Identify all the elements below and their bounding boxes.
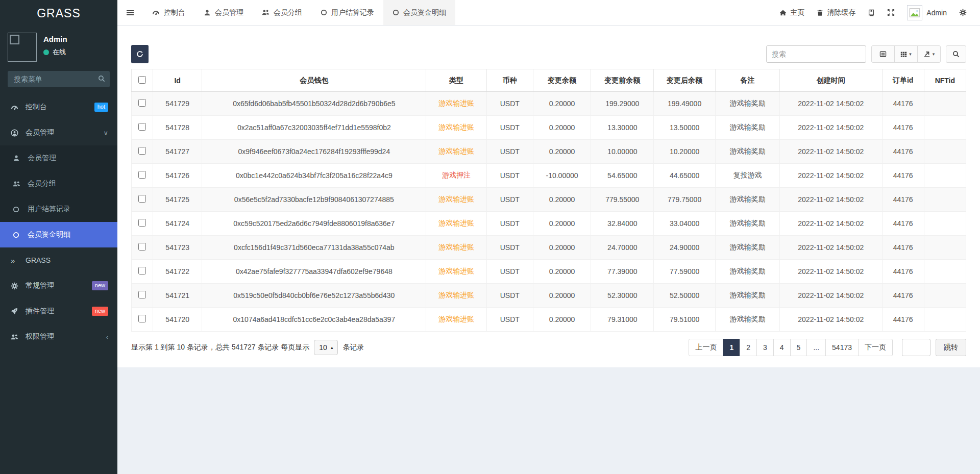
online-status-label: 在线 <box>53 47 66 57</box>
main-area: 控制台会员管理会员分组用户结算记录会员资金明细 主页 清除缓存 <box>117 0 980 474</box>
cell-type: 游戏输进账 <box>426 92 486 116</box>
home-link[interactable]: 主页 <box>773 0 811 25</box>
column-header-id: Id <box>153 69 202 92</box>
page-size-select[interactable]: 10 ▴ <box>314 340 338 355</box>
sidebar-search-input[interactable] <box>8 71 110 87</box>
cell-wallet: 0x519c50e0f5d840cb0bf6e76e52c1273a55b6d4… <box>202 284 426 308</box>
sidebar-item-dashboard[interactable]: 控制台hot <box>0 94 117 120</box>
clear-cache-link[interactable]: 清除缓存 <box>811 0 862 25</box>
page-button[interactable]: 5 <box>790 339 807 356</box>
cell-created_at: 2022-11-02 14:50:02 <box>780 116 882 140</box>
common-search-button[interactable] <box>871 45 895 63</box>
row-checkbox[interactable] <box>138 291 146 298</box>
page-button[interactable]: 54173 <box>825 339 859 356</box>
sidebar-item-permission-management[interactable]: 权限管理‹ <box>0 324 117 350</box>
column-header-change_amount: 变更余额 <box>533 69 591 92</box>
row-checkbox[interactable] <box>138 315 146 322</box>
cell-order_id: 44176 <box>882 212 924 236</box>
page-jump-button[interactable]: 跳转 <box>936 339 966 356</box>
select-all-checkbox[interactable] <box>138 76 146 84</box>
page-size-value: 10 <box>319 343 327 352</box>
book-icon <box>868 9 875 16</box>
sidebar-item-label: 用户结算记录 <box>28 205 70 214</box>
settings-button[interactable] <box>953 0 973 25</box>
row-checkbox[interactable] <box>138 147 146 155</box>
cell-wallet: 0x2ac51aff0a67c32003035ff4ef71dd1e5598f0… <box>202 116 426 140</box>
table-row: 5417290x65fd6d06bab5fb45501b50324d28d2d6… <box>132 92 966 116</box>
tab-member-groups[interactable]: 会员分组 <box>253 0 311 25</box>
row-checkbox[interactable] <box>138 195 146 203</box>
hamburger-icon <box>126 9 134 17</box>
cell-select <box>132 116 153 140</box>
cell-id: 541722 <box>153 260 202 284</box>
badge-hot: hot <box>94 103 108 111</box>
cell-balance_before: 32.84000 <box>591 212 654 236</box>
cell-remark: 游戏输奖励 <box>715 236 779 260</box>
sidebar-item-member-groups[interactable]: 会员分组 <box>0 171 117 196</box>
cell-remark: 游戏输奖励 <box>715 212 779 236</box>
page-button[interactable]: 3 <box>756 339 774 356</box>
user-menu[interactable]: Admin <box>901 5 953 20</box>
tab-member-fund-details[interactable]: 会员资金明细 <box>383 0 455 25</box>
refresh-button[interactable] <box>131 45 149 63</box>
online-status-dot <box>43 49 49 55</box>
search-button[interactable] <box>946 45 966 63</box>
content-background <box>117 367 980 474</box>
row-checkbox[interactable] <box>138 123 146 131</box>
rocket-icon <box>11 308 26 315</box>
cell-select <box>132 140 153 164</box>
export-dropdown-button[interactable]: ▾ <box>917 45 941 63</box>
chevron-down-icon: ∨ <box>103 129 108 137</box>
next-page-button[interactable]: 下一页 <box>858 339 893 356</box>
cell-nft_id <box>924 236 966 260</box>
user-name: Admin <box>43 35 67 43</box>
row-checkbox[interactable] <box>138 171 146 179</box>
page-jump-input[interactable] <box>902 339 930 356</box>
sidebar-item-member-fund-details[interactable]: 会员资金明细 <box>0 222 117 247</box>
cell-balance_before: 79.31000 <box>591 308 654 332</box>
pagination-info: 显示第 1 到第 10 条记录，总共 541727 条记录 每页显示 10 ▴ … <box>131 340 364 355</box>
row-checkbox[interactable] <box>138 267 146 275</box>
cell-id: 541724 <box>153 212 202 236</box>
cell-id: 541726 <box>153 164 202 188</box>
row-checkbox[interactable] <box>138 99 146 107</box>
docs-link[interactable] <box>862 0 881 25</box>
sidebar-item-general-management[interactable]: 常规管理new <box>0 273 117 298</box>
circle-o-icon <box>321 9 327 16</box>
pagination-info-prefix: 显示第 1 到第 10 条记录，总共 541727 条记录 每页显示 <box>131 343 309 352</box>
page-button[interactable]: 2 <box>740 339 757 356</box>
cell-wallet: 0x9f946eef0673f0a24ec176284f19293fffe99d… <box>202 140 426 164</box>
brand-logo[interactable]: GRASS <box>0 0 117 27</box>
page-button[interactable]: 1 <box>723 339 740 356</box>
user-panel: Admin 在线 <box>0 27 117 66</box>
tab-user-settlement-records[interactable]: 用户结算记录 <box>311 0 383 25</box>
page-button[interactable]: 4 <box>773 339 791 356</box>
home-icon <box>779 9 787 16</box>
sidebar-toggle-button[interactable] <box>117 0 143 25</box>
sidebar-item-grass[interactable]: »GRASS <box>0 247 117 273</box>
tab-label: 用户结算记录 <box>331 8 374 17</box>
sidebar-item-user-settlement-records[interactable]: 用户结算记录 <box>0 196 117 222</box>
cell-change_amount: 0.20000 <box>533 140 591 164</box>
cell-type: 游戏输进账 <box>426 308 486 332</box>
tab-dashboard[interactable]: 控制台 <box>143 0 194 25</box>
fullscreen-button[interactable] <box>881 0 901 25</box>
row-checkbox[interactable] <box>138 219 146 227</box>
table-search-input[interactable] <box>766 45 866 63</box>
columns-dropdown-button[interactable]: ▾ <box>894 45 918 63</box>
sidebar-item-plugin-management[interactable]: 插件管理new <box>0 298 117 324</box>
sidebar-item-member-management[interactable]: 会员管理∨ <box>0 120 117 145</box>
cell-id: 541725 <box>153 188 202 212</box>
cell-remark: 游戏输奖励 <box>715 308 779 332</box>
sidebar-item-member-management-sub[interactable]: 会员管理 <box>0 145 117 171</box>
row-checkbox[interactable] <box>138 243 146 251</box>
prev-page-button[interactable]: 上一页 <box>689 339 723 356</box>
sidebar: GRASS Admin 在线 控制台hot会员管理∨会员管理会员分组用户结算记录… <box>0 0 117 474</box>
search-icon <box>952 51 960 58</box>
cell-wallet: 0x0bc1e442c0a624b34bf7fc3f205a16c28f22a4… <box>202 164 426 188</box>
tab-member-management[interactable]: 会员管理 <box>194 0 253 25</box>
column-header-select <box>132 69 153 92</box>
cell-change_amount: -10.00000 <box>533 164 591 188</box>
cell-change_amount: 0.20000 <box>533 236 591 260</box>
cell-change_amount: 0.20000 <box>533 188 591 212</box>
